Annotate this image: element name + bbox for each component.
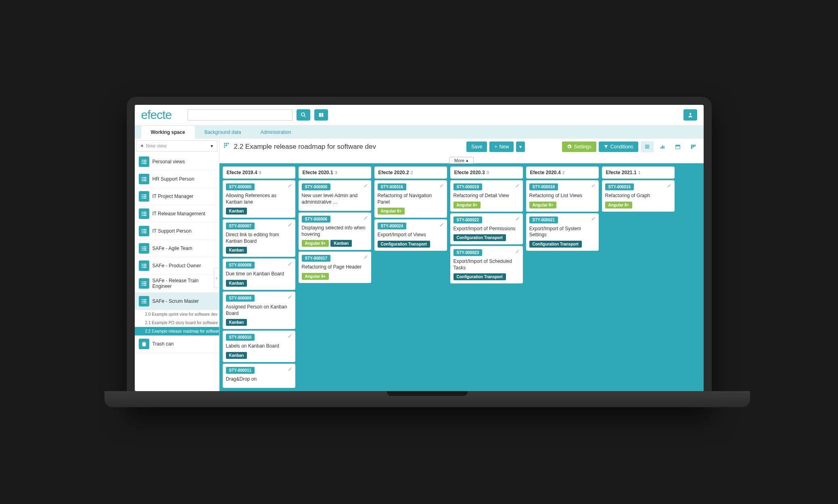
card-tags: Kanban (226, 352, 292, 359)
column-header[interactable]: Efecte 2020.3 3 (450, 167, 523, 179)
kanban-card[interactable]: STY-000024 Export/Import of Views Config… (374, 219, 447, 251)
svg-rect-32 (143, 232, 146, 233)
card-tag: Angular 8+ (453, 202, 481, 208)
content: 2.2 Example release roadmap for software… (219, 139, 704, 391)
kanban-card[interactable]: STY-000007 Direct link to editing from K… (223, 219, 295, 257)
more-toggle[interactable]: More ▴ (449, 157, 474, 164)
card-tag: Angular 8+ (302, 273, 329, 280)
tab-administration[interactable]: Administration (251, 126, 301, 139)
card-edit-button[interactable] (591, 183, 596, 189)
sidebar-subitem[interactable]: 2.0 Example sprint view for software dev (135, 310, 219, 319)
column-header[interactable]: Efecte 2019.4 9 (223, 167, 295, 179)
conditions-label: Conditions (610, 144, 633, 150)
card-edit-button[interactable] (288, 183, 292, 189)
kanban-card[interactable]: STY-000015 Refactoring of Graph Angular … (602, 180, 675, 212)
sidebar-item[interactable]: SAFe - Scrum Master (135, 293, 219, 310)
kanban-card[interactable]: STY-000017 Refactoring of Page Header An… (299, 252, 371, 283)
logo: efecte (141, 108, 172, 122)
card-edit-button[interactable] (364, 216, 368, 221)
save-button[interactable]: Save (466, 142, 487, 152)
tab-background-data[interactable]: Background data (195, 126, 251, 139)
sidebar-item[interactable]: IT Release Management (135, 205, 219, 223)
book-button[interactable] (314, 109, 328, 121)
card-edit-button[interactable] (439, 223, 444, 228)
sidebar-item[interactable]: SAFe - Release Train Engineer (135, 275, 219, 293)
svg-rect-80 (691, 145, 692, 149)
svg-rect-72 (645, 145, 649, 146)
sidebar-item[interactable]: IT Support Person (135, 223, 219, 240)
card-tag: Kanban (226, 319, 247, 326)
svg-rect-37 (142, 250, 143, 250)
sidebar-item[interactable]: SAFe - Agile Team (135, 240, 219, 257)
sidebar-item-label: SAFe - Product Owner (153, 263, 201, 269)
kanban-card[interactable]: STY-000016 Refactoring of Navigation Pan… (374, 180, 447, 218)
column-header[interactable]: Efecte 2020.2 2 (374, 167, 447, 179)
kanban-view-button[interactable] (687, 141, 700, 152)
svg-rect-50 (143, 285, 146, 285)
search-button[interactable] (297, 109, 310, 121)
new-button[interactable]: + New (489, 142, 514, 152)
card-edit-button[interactable] (667, 183, 671, 189)
kanban-card[interactable]: STY-000019 Refactoring of Detail View An… (450, 180, 523, 212)
card-edit-button[interactable] (515, 183, 520, 189)
tab-working-space[interactable]: Working space (141, 126, 195, 139)
svg-rect-69 (224, 145, 225, 146)
kanban-card[interactable]: STY-000011 Drag&Drop on (223, 364, 295, 388)
sidebar-subitem[interactable]: 2.1 Example PO story board for software … (135, 319, 219, 327)
column-header[interactable]: Efecte 2021.1 1 (602, 167, 675, 179)
kanban-card[interactable]: STY-000008 Due time on Kanban Board Kanb… (223, 258, 295, 290)
new-view-dropdown[interactable]: + New view ▾ (136, 140, 217, 152)
new-dropdown-button[interactable]: ▾ (516, 142, 525, 152)
sidebar-item[interactable]: IT Project Manager (135, 188, 219, 205)
sidebar-item[interactable]: HR Support Person (135, 171, 219, 188)
kanban-card[interactable]: STY-000000 New user level Admin and admi… (299, 180, 371, 211)
svg-rect-28 (143, 229, 146, 230)
sidebar-item[interactable]: SAFe - Product Owner (135, 257, 219, 275)
kanban-card[interactable]: STY-000005 Allowing References as Kanban… (223, 180, 295, 218)
sidebar-item-trash[interactable]: Trash can (135, 335, 219, 353)
kanban-card[interactable]: STY-000021 Export/Import of System Setti… (526, 213, 599, 251)
kanban-card[interactable]: STY-000018 Refactoring of List Views Ang… (526, 180, 599, 212)
kanban-card[interactable]: STY-000009 Assigned Person on Kanban Boa… (223, 292, 295, 329)
conditions-button[interactable]: Conditions (599, 142, 638, 152)
card-edit-button[interactable] (288, 334, 292, 339)
user-menu-button[interactable] (683, 109, 697, 121)
chevron-left-icon: ‹ (216, 276, 217, 280)
list-view-button[interactable] (641, 141, 654, 152)
card-edit-button[interactable] (515, 217, 520, 222)
calendar-view-button[interactable] (671, 141, 684, 152)
search-input[interactable] (188, 109, 293, 121)
chart-view-button[interactable] (656, 141, 669, 152)
svg-rect-44 (143, 267, 146, 268)
column-cards: STY-000000 New user level Admin and admi… (299, 180, 371, 283)
sidebar: + New view ▾ Personal views HR Support P… (135, 139, 219, 391)
column-header[interactable]: Efecte 2020.4 2 (526, 167, 599, 179)
card-edit-button[interactable] (288, 223, 292, 228)
sidebar-subitem[interactable]: 2.2 Example release roadmap for software (135, 327, 219, 335)
card-title: Export/Import of Permissions (453, 226, 520, 232)
card-edit-button[interactable] (515, 249, 520, 254)
card-edit-button[interactable] (288, 367, 292, 372)
column-cards: STY-000015 Refactoring of Graph Angular … (602, 180, 675, 212)
card-edit-button[interactable] (439, 183, 444, 189)
settings-button[interactable]: Settings (562, 142, 596, 152)
card-edit-button[interactable] (591, 217, 596, 222)
column-header[interactable]: Efecte 2020.1 3 (299, 167, 371, 179)
kanban-card[interactable]: STY-000006 Displaying selected info when… (299, 212, 371, 250)
svg-rect-38 (143, 250, 146, 250)
card-tags: Angular 8+ (378, 208, 444, 215)
card-edit-button[interactable] (288, 262, 292, 267)
svg-rect-47 (142, 283, 143, 284)
kanban-card[interactable]: STY-000023 Export/Import of Scheduled Ta… (450, 246, 523, 283)
card-edit-button[interactable] (364, 183, 368, 189)
pencil-icon (439, 183, 444, 188)
kanban-card[interactable]: STY-000010 Labels on Kanban Board Kanban (223, 331, 295, 362)
kanban-card[interactable]: STY-000022 Export/Import of Permissions … (450, 213, 523, 245)
sidebar-collapse-handle[interactable]: ‹ (214, 268, 219, 288)
sidebar-item[interactable]: Personal views (135, 153, 219, 171)
svg-rect-3 (142, 160, 143, 160)
svg-rect-56 (143, 302, 146, 303)
svg-rect-71 (224, 146, 225, 148)
card-edit-button[interactable] (364, 255, 368, 260)
card-edit-button[interactable] (288, 295, 292, 300)
